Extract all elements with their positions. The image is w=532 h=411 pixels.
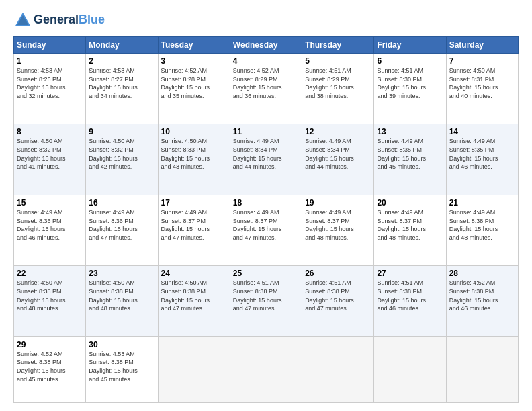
day-number: 19 bbox=[305, 198, 371, 208]
calendar-cell bbox=[374, 336, 446, 402]
calendar-header-cell: Monday bbox=[86, 37, 158, 54]
calendar-cell: 24 Sunrise: 4:50 AM Sunset: 8:38 PM Dayl… bbox=[158, 266, 230, 336]
calendar-header-cell: Sunday bbox=[14, 37, 86, 54]
day-info: Sunrise: 4:51 AM Sunset: 8:38 PM Dayligh… bbox=[377, 279, 443, 312]
calendar-cell bbox=[158, 336, 230, 402]
day-info: Sunrise: 4:51 AM Sunset: 8:30 PM Dayligh… bbox=[377, 66, 443, 100]
day-info: Sunrise: 4:52 AM Sunset: 8:38 PM Dayligh… bbox=[17, 350, 83, 383]
calendar-cell bbox=[446, 336, 518, 402]
day-info: Sunrise: 4:50 AM Sunset: 8:38 PM Dayligh… bbox=[161, 279, 227, 312]
day-number: 29 bbox=[17, 340, 83, 349]
logo-text: GeneralBlue bbox=[34, 13, 105, 27]
calendar-cell: 27 Sunrise: 4:51 AM Sunset: 8:38 PM Dayl… bbox=[374, 266, 446, 336]
day-info: Sunrise: 4:49 AM Sunset: 8:37 PM Dayligh… bbox=[161, 208, 227, 242]
calendar-header-row: SundayMondayTuesdayWednesdayThursdayFrid… bbox=[14, 37, 519, 54]
day-info: Sunrise: 4:49 AM Sunset: 8:35 PM Dayligh… bbox=[449, 137, 515, 171]
day-number: 2 bbox=[89, 56, 154, 66]
day-info: Sunrise: 4:53 AM Sunset: 8:38 PM Dayligh… bbox=[89, 350, 154, 383]
calendar-cell: 30 Sunrise: 4:53 AM Sunset: 8:38 PM Dayl… bbox=[86, 336, 158, 402]
calendar-week-row: 22 Sunrise: 4:50 AM Sunset: 8:38 PM Dayl… bbox=[14, 266, 519, 336]
calendar-cell bbox=[230, 336, 302, 402]
day-number: 7 bbox=[449, 56, 515, 66]
day-info: Sunrise: 4:49 AM Sunset: 8:34 PM Dayligh… bbox=[233, 137, 299, 171]
day-number: 6 bbox=[377, 56, 443, 66]
day-info: Sunrise: 4:50 AM Sunset: 8:31 PM Dayligh… bbox=[449, 66, 515, 100]
calendar-cell: 20 Sunrise: 4:49 AM Sunset: 8:37 PM Dayl… bbox=[374, 195, 446, 265]
day-info: Sunrise: 4:51 AM Sunset: 8:29 PM Dayligh… bbox=[305, 66, 371, 100]
calendar-table: SundayMondayTuesdayWednesdayThursdayFrid… bbox=[13, 36, 519, 403]
logo: GeneralBlue bbox=[13, 11, 105, 30]
calendar-cell: 12 Sunrise: 4:49 AM Sunset: 8:34 PM Dayl… bbox=[302, 124, 374, 195]
calendar-cell: 17 Sunrise: 4:49 AM Sunset: 8:37 PM Dayl… bbox=[158, 195, 230, 265]
day-info: Sunrise: 4:50 AM Sunset: 8:38 PM Dayligh… bbox=[17, 279, 83, 312]
calendar-cell: 5 Sunrise: 4:51 AM Sunset: 8:29 PM Dayli… bbox=[302, 54, 374, 124]
day-info: Sunrise: 4:49 AM Sunset: 8:37 PM Dayligh… bbox=[305, 208, 371, 242]
calendar-header-cell: Wednesday bbox=[230, 37, 302, 54]
day-number: 20 bbox=[377, 198, 443, 208]
calendar-cell: 8 Sunrise: 4:50 AM Sunset: 8:32 PM Dayli… bbox=[14, 124, 86, 195]
calendar-week-row: 29 Sunrise: 4:52 AM Sunset: 8:38 PM Dayl… bbox=[14, 336, 519, 402]
calendar-cell: 28 Sunrise: 4:52 AM Sunset: 8:38 PM Dayl… bbox=[446, 266, 518, 336]
day-number: 25 bbox=[233, 269, 299, 278]
day-info: Sunrise: 4:52 AM Sunset: 8:29 PM Dayligh… bbox=[233, 66, 299, 100]
calendar-header-cell: Thursday bbox=[302, 37, 374, 54]
calendar-week-row: 1 Sunrise: 4:53 AM Sunset: 8:26 PM Dayli… bbox=[14, 54, 519, 124]
day-info: Sunrise: 4:49 AM Sunset: 8:36 PM Dayligh… bbox=[89, 208, 154, 242]
day-info: Sunrise: 4:50 AM Sunset: 8:32 PM Dayligh… bbox=[17, 137, 83, 171]
calendar-cell: 3 Sunrise: 4:52 AM Sunset: 8:28 PM Dayli… bbox=[158, 54, 230, 124]
calendar-cell: 11 Sunrise: 4:49 AM Sunset: 8:34 PM Dayl… bbox=[230, 124, 302, 195]
calendar-week-row: 15 Sunrise: 4:49 AM Sunset: 8:36 PM Dayl… bbox=[14, 195, 519, 265]
calendar-cell: 2 Sunrise: 4:53 AM Sunset: 8:27 PM Dayli… bbox=[86, 54, 158, 124]
calendar-cell: 18 Sunrise: 4:49 AM Sunset: 8:37 PM Dayl… bbox=[230, 195, 302, 265]
calendar-cell: 22 Sunrise: 4:50 AM Sunset: 8:38 PM Dayl… bbox=[14, 266, 86, 336]
day-info: Sunrise: 4:52 AM Sunset: 8:38 PM Dayligh… bbox=[449, 279, 515, 312]
day-number: 10 bbox=[161, 127, 227, 136]
day-number: 22 bbox=[17, 269, 83, 278]
header: GeneralBlue bbox=[13, 11, 519, 30]
calendar-cell: 14 Sunrise: 4:49 AM Sunset: 8:35 PM Dayl… bbox=[446, 124, 518, 195]
calendar-header-cell: Friday bbox=[374, 37, 446, 54]
calendar-cell bbox=[302, 336, 374, 402]
day-info: Sunrise: 4:49 AM Sunset: 8:35 PM Dayligh… bbox=[377, 137, 443, 171]
day-number: 26 bbox=[305, 269, 371, 278]
day-info: Sunrise: 4:51 AM Sunset: 8:38 PM Dayligh… bbox=[305, 279, 371, 312]
day-number: 18 bbox=[233, 198, 299, 208]
day-info: Sunrise: 4:49 AM Sunset: 8:36 PM Dayligh… bbox=[17, 208, 83, 242]
calendar-cell: 7 Sunrise: 4:50 AM Sunset: 8:31 PM Dayli… bbox=[446, 54, 518, 124]
calendar-cell: 13 Sunrise: 4:49 AM Sunset: 8:35 PM Dayl… bbox=[374, 124, 446, 195]
day-number: 3 bbox=[161, 56, 227, 66]
day-info: Sunrise: 4:49 AM Sunset: 8:37 PM Dayligh… bbox=[233, 208, 299, 242]
calendar-header-cell: Tuesday bbox=[158, 37, 230, 54]
day-info: Sunrise: 4:51 AM Sunset: 8:38 PM Dayligh… bbox=[233, 279, 299, 312]
calendar-cell: 9 Sunrise: 4:50 AM Sunset: 8:32 PM Dayli… bbox=[86, 124, 158, 195]
day-number: 8 bbox=[17, 127, 83, 136]
day-info: Sunrise: 4:53 AM Sunset: 8:27 PM Dayligh… bbox=[89, 66, 154, 100]
calendar-cell: 26 Sunrise: 4:51 AM Sunset: 8:38 PM Dayl… bbox=[302, 266, 374, 336]
day-number: 14 bbox=[449, 127, 515, 136]
day-number: 5 bbox=[305, 56, 371, 66]
day-number: 30 bbox=[89, 340, 154, 349]
calendar-cell: 21 Sunrise: 4:49 AM Sunset: 8:38 PM Dayl… bbox=[446, 195, 518, 265]
day-number: 16 bbox=[89, 198, 154, 208]
calendar-cell: 16 Sunrise: 4:49 AM Sunset: 8:36 PM Dayl… bbox=[86, 195, 158, 265]
day-number: 23 bbox=[89, 269, 154, 278]
logo-icon bbox=[13, 11, 32, 30]
calendar-week-row: 8 Sunrise: 4:50 AM Sunset: 8:32 PM Dayli… bbox=[14, 124, 519, 195]
day-number: 17 bbox=[161, 198, 227, 208]
day-info: Sunrise: 4:49 AM Sunset: 8:38 PM Dayligh… bbox=[449, 208, 515, 242]
day-info: Sunrise: 4:53 AM Sunset: 8:26 PM Dayligh… bbox=[17, 66, 83, 100]
calendar-cell: 23 Sunrise: 4:50 AM Sunset: 8:38 PM Dayl… bbox=[86, 266, 158, 336]
day-info: Sunrise: 4:49 AM Sunset: 8:37 PM Dayligh… bbox=[377, 208, 443, 242]
day-number: 4 bbox=[233, 56, 299, 66]
calendar-cell: 15 Sunrise: 4:49 AM Sunset: 8:36 PM Dayl… bbox=[14, 195, 86, 265]
calendar-cell: 1 Sunrise: 4:53 AM Sunset: 8:26 PM Dayli… bbox=[14, 54, 86, 124]
calendar-header-cell: Saturday bbox=[446, 37, 518, 54]
calendar-cell: 10 Sunrise: 4:50 AM Sunset: 8:33 PM Dayl… bbox=[158, 124, 230, 195]
day-number: 27 bbox=[377, 269, 443, 278]
day-number: 13 bbox=[377, 127, 443, 136]
calendar-cell: 25 Sunrise: 4:51 AM Sunset: 8:38 PM Dayl… bbox=[230, 266, 302, 336]
day-info: Sunrise: 4:49 AM Sunset: 8:34 PM Dayligh… bbox=[305, 137, 371, 171]
day-info: Sunrise: 4:50 AM Sunset: 8:32 PM Dayligh… bbox=[89, 137, 154, 171]
day-number: 11 bbox=[233, 127, 299, 136]
calendar-cell: 6 Sunrise: 4:51 AM Sunset: 8:30 PM Dayli… bbox=[374, 54, 446, 124]
